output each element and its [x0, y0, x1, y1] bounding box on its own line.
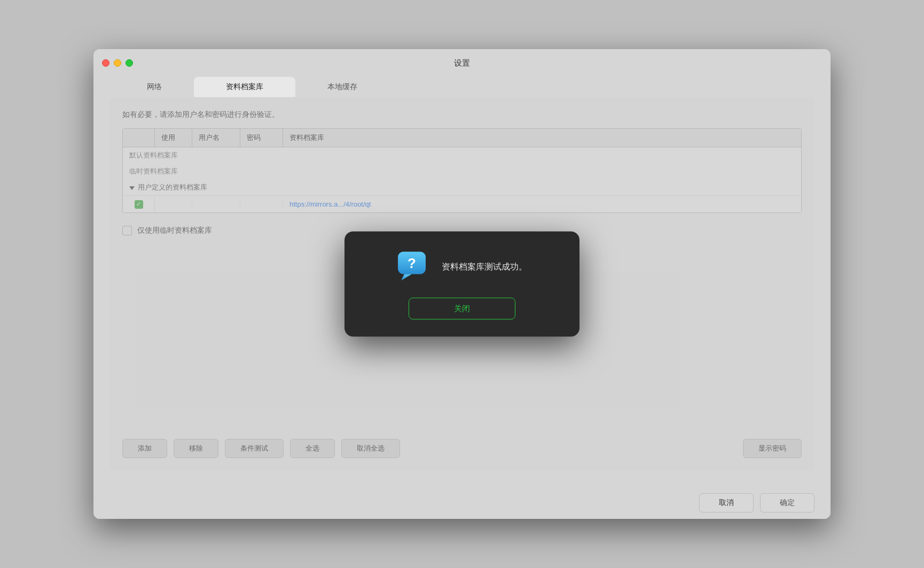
cancel-button[interactable]: 取消 [699, 493, 754, 512]
traffic-lights [102, 59, 133, 67]
svg-text:?: ? [408, 255, 416, 271]
window-footer: 取消 确定 [93, 487, 831, 519]
tab-repo[interactable]: 资料档案库 [194, 77, 295, 97]
svg-marker-1 [401, 274, 412, 281]
maximize-button[interactable] [126, 59, 133, 67]
minimize-button[interactable] [114, 59, 121, 67]
dialog-top: ? 资料档案库测试成功。 [397, 251, 527, 283]
tab-cache[interactable]: 本地缓存 [295, 77, 389, 97]
ok-button[interactable]: 确定 [760, 493, 815, 512]
close-button[interactable] [102, 59, 109, 67]
question-bubble-icon: ? [397, 251, 429, 283]
success-dialog: ? 资料档案库测试成功。 关闭 [344, 232, 580, 337]
dialog-close-button[interactable]: 关闭 [409, 298, 515, 320]
tab-bar: 网络 资料档案库 本地缓存 [93, 77, 831, 97]
dialog-message: 资料档案库测试成功。 [442, 261, 527, 273]
tab-network[interactable]: 网络 [115, 77, 194, 97]
titlebar: 设置 [93, 49, 831, 77]
window-title: 设置 [454, 58, 470, 68]
